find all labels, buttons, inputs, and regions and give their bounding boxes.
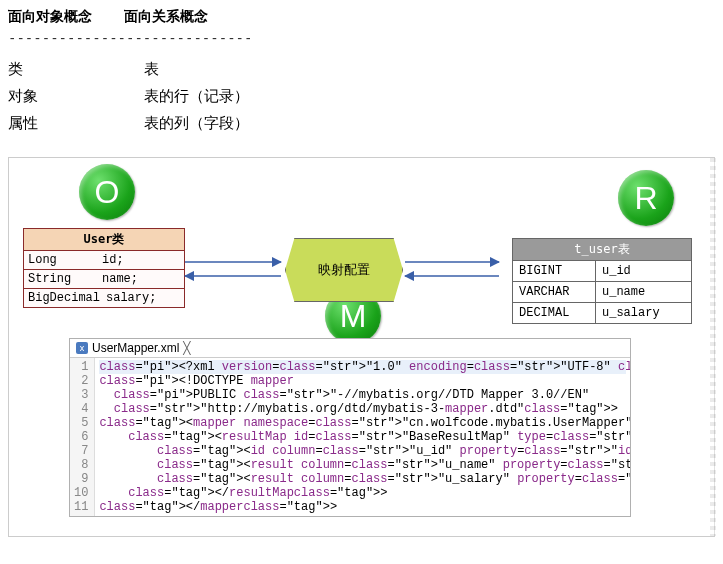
user-class-title: User类	[24, 229, 184, 251]
code-line: class="tag"></resultMapclass="tag">>	[99, 486, 387, 500]
gutter-line: 3	[74, 388, 88, 402]
user-class-row: Longid;	[24, 251, 184, 270]
gutter-line: 1	[74, 360, 88, 374]
code-line: class="str">"http://mybatis.org/dtd/myba…	[99, 402, 618, 416]
mapping-rel: 表的行（记录）	[144, 83, 265, 110]
mapping-row: 对象表的行（记录）	[8, 83, 265, 110]
user-field-name: id;	[102, 253, 124, 267]
code-line: class="pi"><?xml version=class="str">"1.…	[99, 360, 626, 374]
code-line: class="tag"><resultMap id=class="str">"B…	[99, 430, 630, 444]
editor-tab[interactable]: x UserMapper.xml ╳	[70, 339, 630, 358]
code-line: class="pi"><!DOCTYPE mapper	[99, 374, 293, 388]
editor-tab-dirty-icon: ╳	[183, 341, 190, 355]
gutter-line: 11	[74, 500, 88, 514]
mapping-rel: 表	[144, 56, 265, 83]
mapping-row: 属性表的列（字段）	[8, 110, 265, 137]
code-line: class="tag"><id column=class="str">"u_id…	[99, 444, 630, 458]
gutter-line: 8	[74, 458, 88, 472]
tuser-dbtype: BIGINT	[513, 261, 596, 281]
mapping-row: 类表	[8, 56, 265, 83]
mapping-oo: 属性	[8, 110, 144, 137]
mapping-config-box: 映射配置	[285, 238, 403, 302]
user-field-name: name;	[102, 272, 138, 286]
header-oo: 面向对象概念	[8, 8, 92, 26]
code-line: class="tag"></mapperclass="tag">>	[99, 500, 337, 514]
user-field-name: salary;	[106, 291, 156, 305]
circle-r: R	[618, 170, 674, 226]
concept-headers: 面向对象概念 面向关系概念	[8, 8, 715, 26]
user-class-row: Stringname;	[24, 270, 184, 289]
mapping-oo: 类	[8, 56, 144, 83]
separator: -----------------------------	[8, 30, 715, 46]
code-line: class="pi">PUBLIC class="str">"-//mybati…	[99, 388, 589, 402]
mapping-rel: 表的列（字段）	[144, 110, 265, 137]
gutter-line: 10	[74, 486, 88, 500]
gutter-line: 9	[74, 472, 88, 486]
tuser-row: VARCHARu_name	[513, 282, 691, 303]
orm-diagram: O R M User类 Longid;Stringname;BigDecimal…	[8, 157, 715, 537]
header-relational: 面向关系概念	[124, 8, 208, 26]
tuser-row: DECIMALu_salary	[513, 303, 691, 323]
circle-o: O	[79, 164, 135, 220]
tuser-row: BIGINTu_id	[513, 261, 691, 282]
user-field-type: BigDecimal	[28, 291, 100, 305]
tuser-dbtype: VARCHAR	[513, 282, 596, 302]
code-editor: x UserMapper.xml ╳ 1234567891011 class="…	[69, 338, 631, 517]
mapping-oo: 对象	[8, 83, 144, 110]
gutter-line: 6	[74, 430, 88, 444]
code-line: class="tag"><result column=class="str">"…	[99, 472, 630, 486]
code-line: class="tag"><result column=class="str">"…	[99, 458, 630, 472]
gutter-line: 5	[74, 416, 88, 430]
tuser-title: t_user表	[513, 239, 691, 261]
gutter-line: 2	[74, 374, 88, 388]
tuser-column: u_id	[596, 261, 691, 281]
editor-tab-label: UserMapper.xml	[92, 341, 179, 355]
user-field-type: Long	[28, 253, 96, 267]
gutter-line: 7	[74, 444, 88, 458]
line-gutter: 1234567891011	[70, 358, 95, 516]
code-body: class="pi"><?xml version=class="str">"1.…	[95, 358, 630, 516]
user-class-box: User类 Longid;Stringname;BigDecimalsalary…	[23, 228, 185, 308]
tuser-column: u_salary	[596, 303, 691, 323]
code-line: class="tag"><mapper namespace=class="str…	[99, 416, 630, 430]
xml-file-icon: x	[76, 342, 88, 354]
concept-mapping-table: 类表对象表的行（记录）属性表的列（字段）	[8, 56, 265, 137]
tuser-column: u_name	[596, 282, 691, 302]
tuser-table-box: t_user表 BIGINTu_idVARCHARu_nameDECIMALu_…	[512, 238, 692, 324]
user-field-type: String	[28, 272, 96, 286]
tuser-dbtype: DECIMAL	[513, 303, 596, 323]
user-class-row: BigDecimalsalary;	[24, 289, 184, 307]
gutter-line: 4	[74, 402, 88, 416]
